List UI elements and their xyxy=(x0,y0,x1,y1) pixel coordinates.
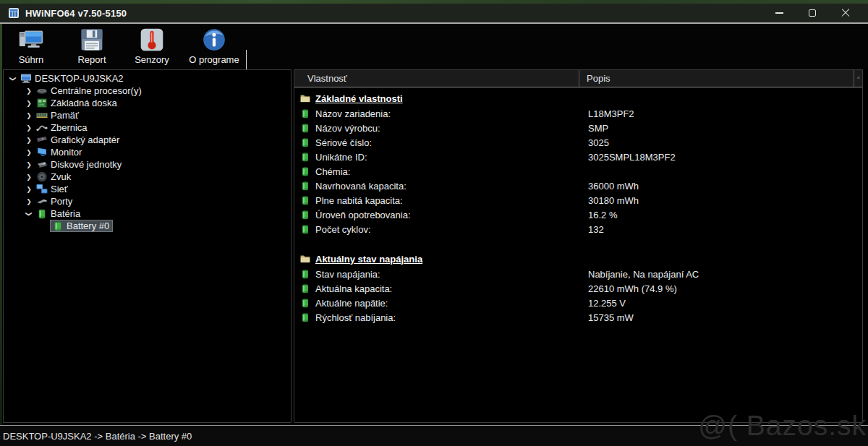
chevron-icon[interactable]: ❯ xyxy=(24,87,34,95)
bazos-watermark: @( Bazos.sk xyxy=(698,410,867,442)
tree-item-label: Monitor xyxy=(51,147,82,158)
property-row-navrhovana-kapacita[interactable]: Navrhovaná kapacita: 36000 mWh xyxy=(294,179,862,193)
property-label: Úroveň opotrebovania: xyxy=(315,210,588,220)
maximize-button[interactable] xyxy=(796,4,829,22)
hwinfo-logo-icon xyxy=(8,7,20,19)
battery-icon xyxy=(300,166,310,176)
network-icon xyxy=(36,184,48,194)
title-bar[interactable]: HWiNFO64 v7.50-5150 xyxy=(0,4,868,22)
property-label: Chémia: xyxy=(315,166,588,177)
chevron-icon[interactable]: ❯ xyxy=(24,198,34,205)
scrollbar-up-icon[interactable]: ▴ xyxy=(856,73,860,80)
folder-icon xyxy=(300,93,310,103)
property-row-unikatne-id[interactable]: Unikátne ID: 3025SMPL18M3PF2 xyxy=(294,150,862,164)
window-title: HWiNFO64 v7.50-5150 xyxy=(25,8,127,19)
section-header-aktualny-stav-napajania[interactable]: Aktuálny stav napájania xyxy=(294,251,862,267)
tree-item-zakladna-doska[interactable]: ❯ Základná doska xyxy=(4,97,291,109)
device-tree-panel[interactable]: ❯ DESKTOP-U9JSKA2 ❯ Centrálne procesor(y… xyxy=(3,69,292,423)
report-icon xyxy=(79,27,105,53)
maximize-icon xyxy=(809,9,816,17)
chevron-icon[interactable]: ❯ xyxy=(24,112,34,119)
tree-item-siet[interactable]: ❯ Sieť xyxy=(4,183,291,195)
tree-item-centralne-procesor-y[interactable]: ❯ Centrálne procesor(y) xyxy=(4,85,291,97)
property-label: Sériové číslo: xyxy=(315,137,588,148)
chevron-icon[interactable]: ❯ xyxy=(25,209,33,219)
property-label: Základné vlastnosti xyxy=(315,93,403,104)
toolbar-button-report[interactable]: Report xyxy=(68,27,116,67)
tree-item-zbernica[interactable]: ❯ Zbernica xyxy=(4,121,291,134)
toolbar-button-senzory[interactable]: Senzory xyxy=(126,27,178,67)
properties-header-row[interactable]: Vlastnosť Popis xyxy=(294,70,862,87)
tree-item-label: Centrálne procesor(y) xyxy=(51,85,142,96)
monitor-icon xyxy=(36,147,48,158)
section-header-zakladne-vlastnosti[interactable]: Základné vlastnosti xyxy=(294,90,862,106)
chevron-icon[interactable]: ❯ xyxy=(24,124,34,132)
toolbar: Súhrn Report Senzory O programe xyxy=(0,24,868,69)
toolbar-button-label: Report xyxy=(77,54,106,65)
battery-icon xyxy=(300,224,310,234)
property-label: Názov zariadenia: xyxy=(315,108,588,119)
minimize-icon xyxy=(775,12,783,14)
property-row-nazov-zariadenia[interactable]: Názov zariadenia: L18M3PF2 xyxy=(294,106,862,121)
property-value: 12.255 V xyxy=(588,298,862,309)
tree-item-graficky-adapter[interactable]: ❯ Grafický adaptér xyxy=(4,134,291,146)
chevron-icon[interactable]: ❯ xyxy=(24,137,34,144)
property-row-chemia[interactable]: Chémia: xyxy=(294,164,862,179)
tree-item-bateria[interactable]: ❯ Batéria xyxy=(4,207,291,220)
motherboard-icon xyxy=(36,98,48,108)
sound-icon xyxy=(36,171,48,182)
battery-icon xyxy=(300,181,310,191)
close-button[interactable] xyxy=(829,4,862,22)
chevron-icon[interactable]: ❯ xyxy=(24,161,34,168)
property-row-aktualne-napatie[interactable]: Aktuálne napätie: 12.255 V xyxy=(294,296,862,310)
computer-icon xyxy=(20,73,32,84)
chevron-icon[interactable]: ❯ xyxy=(24,149,34,156)
property-row-seriove-cislo[interactable]: Sériové číslo: 3025 xyxy=(294,135,862,150)
chevron-icon[interactable]: ❯ xyxy=(24,173,34,181)
device-tree: ❯ DESKTOP-U9JSKA2 ❯ Centrálne procesor(y… xyxy=(4,70,291,232)
ports-icon xyxy=(36,196,48,207)
tree-item-pamat[interactable]: ❯ Pamäť xyxy=(4,109,291,121)
window-controls xyxy=(762,4,862,22)
property-row-pocet-cyklov[interactable]: Počet cyklov: 132 xyxy=(294,222,862,236)
battery-icon xyxy=(300,108,310,119)
gpu-icon xyxy=(36,134,48,145)
chevron-icon[interactable]: ❯ xyxy=(24,186,34,193)
tree-item-label: Diskové jednotky xyxy=(51,159,122,170)
toolbar-button-o-programe[interactable]: O programe xyxy=(184,27,244,67)
property-row-rychlost-nabijania[interactable]: Rýchlosť nabíjania: 15735 mW xyxy=(294,310,862,325)
sensors-icon xyxy=(139,27,165,53)
tree-item-desktop-u9jska2[interactable]: ❯ DESKTOP-U9JSKA2 xyxy=(4,72,291,85)
property-row-nazov-vyrobcu[interactable]: Názov výrobcu: SMP xyxy=(294,121,862,135)
tree-item-porty[interactable]: ❯ Porty xyxy=(4,195,291,207)
chevron-icon[interactable]: ❯ xyxy=(9,74,17,84)
tree-item-diskove-jednotky[interactable]: ❯ Diskové jednotky xyxy=(4,158,291,171)
property-value: 3025 xyxy=(588,137,862,148)
property-row-uroven-opotrebovania[interactable]: Úroveň opotrebovania: 16.2 % xyxy=(294,207,862,222)
property-label: Počet cyklov: xyxy=(315,224,588,235)
property-row-stav-napajania[interactable]: Stav napájania: Nabíjanie, Na napájaní A… xyxy=(294,267,862,281)
toolbar-button-suhrn[interactable]: Súhrn xyxy=(9,27,54,67)
disk-icon xyxy=(36,159,48,170)
tree-item-monitor[interactable]: ❯ Monitor xyxy=(4,146,291,158)
status-breadcrumb: DESKTOP-U9JSKA2 -> Batéria -> Battery #0 xyxy=(3,431,192,442)
cpu-icon xyxy=(36,85,48,96)
toolbar-button-label: Senzory xyxy=(135,54,169,65)
property-row-aktualna-kapacita[interactable]: Aktuálna kapacita: 22610 mWh (74.9 %) xyxy=(294,281,862,296)
property-value: SMP xyxy=(588,123,862,134)
column-header-description[interactable]: Popis xyxy=(579,70,854,87)
tree-item-zvuk[interactable]: ❯ Zvuk xyxy=(4,171,291,183)
property-label: Navrhovaná kapacita: xyxy=(315,181,588,192)
property-row-plne-nabita-kapacita[interactable]: Plne nabitá kapacita: 30180 mWh xyxy=(294,193,862,207)
property-label: Aktuálna kapacita: xyxy=(315,283,588,294)
column-header-property[interactable]: Vlastnosť xyxy=(294,70,579,87)
chevron-icon[interactable]: ❯ xyxy=(24,100,34,107)
tree-item-battery-0[interactable]: ❯ Battery #0 xyxy=(4,220,291,232)
tree-item-label: Sieť xyxy=(51,184,68,194)
properties-panel[interactable]: Vlastnosť Popis ▴ Základné vlastnosti Ná… xyxy=(294,69,863,423)
minimize-button[interactable] xyxy=(762,4,796,22)
toolbar-button-label: O programe xyxy=(189,54,239,65)
toolbar-button-label: Súhrn xyxy=(19,54,44,65)
battery-icon xyxy=(300,312,310,322)
desktop-wallpaper-edge-left xyxy=(0,24,2,426)
